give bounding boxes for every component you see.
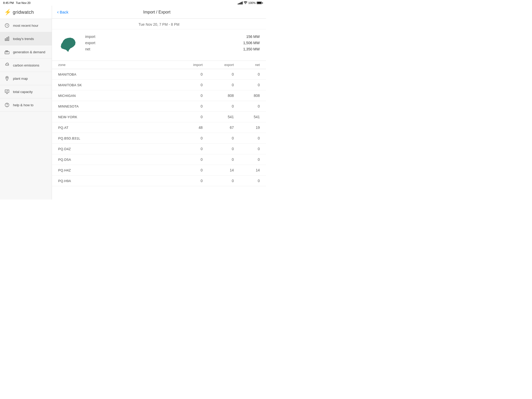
nav-label-help-how-to: help & how to — [13, 103, 34, 107]
cell-zone: NEW-YORK — [58, 115, 171, 119]
svg-rect-2 — [6, 38, 7, 41]
table-row: MANITOBA SK 0 0 0 — [52, 80, 266, 90]
svg-point-9 — [6, 77, 8, 78]
nav-label-plant-map: plant map — [13, 77, 28, 81]
table-row: NEW-YORK 0 541 541 — [52, 112, 266, 122]
signal-icon — [238, 2, 243, 4]
table-row: MICHIGAN 0 808 808 — [52, 90, 266, 101]
cell-export: 0 — [203, 136, 234, 140]
app-logo: ⚡ gridwatch — [0, 6, 52, 19]
top-bar: ‹ Back Import / Export — [52, 6, 266, 19]
main-content: ‹ Back Import / Export Tue Nov 20, 7 PM … — [52, 6, 266, 200]
cell-export: 0 — [203, 147, 234, 151]
cell-import: 0 — [171, 72, 203, 76]
sidebar-item-carbon-emissions[interactable]: CO₂ carbon emissions — [0, 59, 52, 72]
summary-export-row: export 1,506 MW — [85, 41, 260, 45]
cell-export: 67 — [203, 125, 234, 130]
table-body: MANITOBA 0 0 0 MANITOBA SK 0 0 0 MICHIGA… — [52, 69, 266, 186]
cell-net: 0 — [234, 83, 260, 87]
table-header: zone import export net — [52, 61, 266, 69]
table-row: PQ.D4Z 0 0 0 — [52, 144, 266, 154]
net-label: net — [85, 47, 90, 51]
sidebar-item-generation-demand[interactable]: generation & demand — [0, 45, 52, 59]
svg-rect-4 — [5, 51, 9, 54]
cell-import: 0 — [171, 147, 203, 151]
cell-net: 0 — [234, 157, 260, 162]
nav-label-generation-demand: generation & demand — [13, 50, 45, 54]
sidebar-item-help-how-to[interactable]: help & how to — [0, 98, 52, 112]
col-net: net — [234, 63, 260, 67]
chevron-left-icon: ‹ — [57, 9, 59, 15]
clock-icon — [4, 23, 10, 28]
cell-export: 0 — [203, 104, 234, 108]
bolt-icon: ⚡ — [4, 9, 11, 15]
back-button[interactable]: ‹ Back — [57, 9, 68, 15]
cell-zone: MINNESOTA — [58, 104, 171, 108]
cell-export: 0 — [203, 72, 234, 76]
nav-label-most-recent-hour: most recent hour — [13, 24, 38, 28]
cell-zone: MANITOBA SK — [58, 83, 171, 87]
cell-zone: PQ.B5D.B31L — [58, 136, 171, 140]
cell-import: 0 — [171, 136, 203, 140]
cell-export: 808 — [203, 94, 234, 98]
wifi-icon — [244, 1, 247, 5]
cell-zone: PQ.D4Z — [58, 147, 171, 151]
nav-label-carbon-emissions: carbon emissions — [13, 63, 39, 67]
cell-net: 808 — [234, 94, 260, 98]
status-date: Tue Nov 20 — [16, 1, 30, 4]
content-area: Tue Nov 20, 7 PM - 8 PM import 156 MW — [52, 19, 266, 200]
cell-net: 14 — [234, 168, 260, 172]
svg-point-17 — [7, 106, 7, 106]
factory-icon — [4, 49, 10, 55]
battery-icon — [257, 2, 263, 4]
export-value: 1,506 MW — [243, 41, 260, 45]
import-value: 156 MW — [246, 35, 260, 39]
cell-net: 541 — [234, 115, 260, 119]
cell-export: 0 — [203, 157, 234, 162]
cell-import: 0 — [171, 83, 203, 87]
cell-net: 0 — [234, 72, 260, 76]
sidebar-item-total-capacity[interactable]: total capacity — [0, 85, 52, 98]
cell-zone: PQ.H4Z — [58, 168, 171, 172]
cell-net: 0 — [234, 179, 260, 183]
table-row: PQ.H9A 0 0 0 — [52, 176, 266, 186]
table-row: MINNESOTA 0 0 0 — [52, 101, 266, 112]
cell-export: 14 — [203, 168, 234, 172]
cell-zone: PQ.D5A — [58, 158, 171, 162]
cell-zone: PQ.H9A — [58, 179, 171, 183]
summary-net-row: net 1,350 MW — [85, 47, 260, 51]
cell-import: 0 — [171, 115, 203, 119]
battery-pct: 100% — [248, 1, 256, 4]
cell-net: 0 — [234, 147, 260, 151]
export-label: export — [85, 41, 95, 45]
cell-zone: MICHIGAN — [58, 94, 171, 98]
nav-label-todays-trends: today's trends — [13, 37, 34, 41]
sidebar-nav: most recent hour today's trends generati… — [0, 19, 52, 200]
ontario-map — [58, 35, 79, 55]
sidebar: ⚡ gridwatch most recent hour today's tre… — [0, 6, 52, 200]
cell-import: 0 — [171, 94, 203, 98]
table-row: MANITOBA 0 0 0 — [52, 69, 266, 80]
svg-text:CO₂: CO₂ — [6, 64, 8, 65]
status-time: 8:45 PM — [3, 1, 14, 4]
sidebar-item-most-recent-hour[interactable]: most recent hour — [0, 19, 52, 32]
col-export: export — [203, 63, 234, 67]
cell-zone: MANITOBA — [58, 72, 171, 76]
cell-zone: PQ.AT — [58, 126, 171, 130]
help-circle-icon — [4, 102, 10, 108]
cloud-icon: CO₂ — [4, 62, 10, 68]
app-name: gridwatch — [13, 10, 34, 15]
cell-net: 0 — [234, 104, 260, 108]
back-label: Back — [60, 10, 68, 14]
cell-import: 0 — [171, 104, 203, 108]
nav-label-total-capacity: total capacity — [13, 90, 33, 94]
import-label: import — [85, 35, 95, 39]
sidebar-item-plant-map[interactable]: plant map — [0, 72, 52, 85]
cell-export: 0 — [203, 179, 234, 183]
table-row: PQ.AT 48 67 19 — [52, 122, 266, 133]
cell-import: 0 — [171, 168, 203, 172]
sidebar-item-todays-trends[interactable]: today's trends — [0, 32, 52, 45]
table-row: PQ.D5A 0 0 0 — [52, 154, 266, 165]
summary-section: import 156 MW export 1,506 MW net 1,350 … — [52, 29, 266, 61]
cell-import: 48 — [171, 125, 203, 130]
